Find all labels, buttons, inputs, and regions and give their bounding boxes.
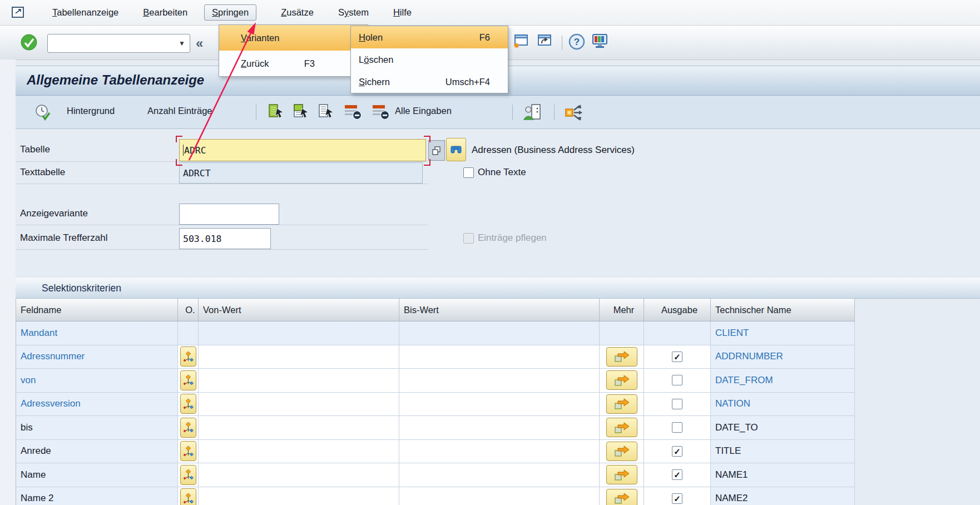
selection-options-button[interactable] <box>180 441 196 461</box>
multiple-selection-button[interactable] <box>606 442 637 461</box>
multiple-selection-arrow-icon <box>613 422 630 434</box>
col-bis-wert: Bis-Wert <box>399 299 600 321</box>
tabelle-field[interactable]: ADRC <box>179 139 426 161</box>
select-all-icon[interactable] <box>267 103 286 120</box>
selektionskriterien-band: Selektionskriterien <box>16 276 980 299</box>
col-feldname: Feldname <box>16 299 178 321</box>
select-block-icon[interactable] <box>292 103 311 120</box>
bis-wert-input[interactable] <box>399 345 600 369</box>
hintergrund-button[interactable]: Hintergrund <box>67 106 115 116</box>
anzeigevariante-field[interactable] <box>179 204 279 225</box>
von-wert-input[interactable] <box>199 440 399 464</box>
von-wert-input[interactable] <box>199 487 399 505</box>
alle-eingaben-button[interactable]: Alle Eingaben <box>395 106 452 116</box>
selection-options-icon <box>183 398 194 410</box>
selection-options-icon <box>183 445 194 457</box>
menu-bearbeiten[interactable]: Bearbeiten <box>143 7 187 18</box>
multiple-selection-button[interactable] <box>606 489 637 505</box>
selection-options-button[interactable] <box>180 418 196 438</box>
menu-item-zurueck[interactable]: Zurück F3 <box>219 51 368 76</box>
von-wert-input[interactable] <box>199 321 399 345</box>
help-icon[interactable]: ? <box>568 33 586 51</box>
execute-background-icon[interactable] <box>34 103 53 121</box>
ausgabe-checkbox[interactable]: ✓ <box>672 493 682 504</box>
selection-options-button[interactable] <box>180 465 196 485</box>
bis-wert-input[interactable] <box>399 321 600 345</box>
bis-wert-input[interactable] <box>399 416 600 440</box>
multiple-selection-button[interactable] <box>606 370 637 390</box>
command-dropdown-icon[interactable]: ▼ <box>179 39 185 47</box>
delete-selection-icon[interactable] <box>344 103 364 120</box>
multiple-selection-button[interactable] <box>606 465 637 484</box>
table-body: Mandant CLIENT Adressnummer <box>16 321 855 505</box>
create-shortcut-icon[interactable] <box>535 33 554 50</box>
option-cell <box>178 345 199 369</box>
bis-wert-input[interactable] <box>399 369 600 393</box>
menu-item-loeschen[interactable]: Löschen <box>351 48 508 71</box>
ohne-texte-checkbox[interactable] <box>463 167 474 178</box>
table-row: Name ✓ NAME1 <box>16 463 855 487</box>
menu-item-varianten[interactable]: Varianten ▶ <box>219 25 368 51</box>
export-icon[interactable] <box>564 103 586 121</box>
search-help-button[interactable] <box>446 138 466 161</box>
ausgabe-checkbox[interactable]: ✓ <box>672 469 682 480</box>
bis-wert-input[interactable] <box>399 440 600 464</box>
anzahl-eintraege-button[interactable]: Anzahl Einträge <box>147 106 212 116</box>
varianten-submenu: Holen F6 Löschen Sichern Umsch+F4 <box>350 26 508 93</box>
springen-menu: Varianten ▶ Zurück F3 <box>219 24 368 77</box>
selection-options-button[interactable] <box>180 346 196 367</box>
ausgabe-checkbox[interactable] <box>672 422 682 433</box>
table-row: von DATE_FROM <box>16 369 855 393</box>
customize-layout-icon[interactable] <box>592 33 610 50</box>
enter-check-icon[interactable] <box>20 33 39 52</box>
shortcut-label: Umsch+F4 <box>446 77 508 87</box>
mehr-cell <box>600 416 644 440</box>
mehr-cell <box>600 463 644 487</box>
menu-item-sichern[interactable]: Sichern Umsch+F4 <box>351 71 508 93</box>
selection-options-button[interactable] <box>180 488 196 505</box>
menu-system[interactable]: System <box>338 7 369 18</box>
appbar-separator <box>554 105 555 120</box>
bis-wert-input[interactable] <box>399 463 600 487</box>
system-menu-icon[interactable] <box>11 6 28 20</box>
delete-all-selection-icon[interactable] <box>372 103 392 120</box>
von-wert-input[interactable] <box>199 393 399 417</box>
von-wert-input[interactable] <box>199 416 399 440</box>
selection-options-icon <box>183 493 194 504</box>
col-ausgabe: Ausgabe <box>644 299 711 321</box>
anzeigevariante-label: Anzeigevariante <box>20 208 88 219</box>
von-wert-input[interactable] <box>199 369 399 393</box>
selection-options-button[interactable] <box>180 394 196 414</box>
von-wert-input[interactable] <box>199 345 399 369</box>
multiple-selection-button[interactable] <box>606 347 637 367</box>
option-cell <box>178 463 199 487</box>
menu-tabellenanzeige[interactable]: Tabellenanzeige <box>52 7 118 18</box>
multiple-selection-button[interactable] <box>606 418 637 437</box>
collapse-toolbar-icon[interactable]: « <box>196 36 203 51</box>
bis-wert-input[interactable] <box>399 487 600 505</box>
multiple-selection-button[interactable] <box>606 394 637 414</box>
bis-wert-input[interactable] <box>399 393 600 417</box>
ausgabe-checkbox[interactable]: ✓ <box>672 351 682 362</box>
menu-zusaetze[interactable]: Zusätze <box>281 7 314 18</box>
option-cell <box>178 321 199 345</box>
multiple-values-button[interactable] <box>428 140 445 161</box>
ausgabe-checkbox[interactable]: ✓ <box>672 446 682 457</box>
max-trefferzahl-field[interactable]: 503.018 <box>179 228 271 249</box>
von-wert-input[interactable] <box>199 463 399 487</box>
deselect-all-icon[interactable] <box>317 103 336 120</box>
ausgabe-cell <box>644 416 711 440</box>
users-icon[interactable] <box>523 103 543 121</box>
ausgabe-checkbox[interactable] <box>672 399 682 409</box>
technical-name-cell: NAME2 <box>711 487 855 505</box>
menu-hilfe[interactable]: Hilfe <box>393 7 412 18</box>
command-field[interactable]: ▼ <box>47 34 190 53</box>
menu-springen[interactable]: Springen <box>204 4 256 21</box>
technical-name-cell: TITLE <box>711 440 855 464</box>
ausgabe-checkbox[interactable] <box>672 375 682 385</box>
new-session-icon[interactable]: ✹ <box>511 33 529 50</box>
selection-options-button[interactable] <box>180 370 196 390</box>
menu-item-holen[interactable]: Holen F6 <box>351 26 508 48</box>
field-name-cell: von <box>16 369 178 393</box>
texttabelle-field: ADRCT <box>179 162 423 184</box>
